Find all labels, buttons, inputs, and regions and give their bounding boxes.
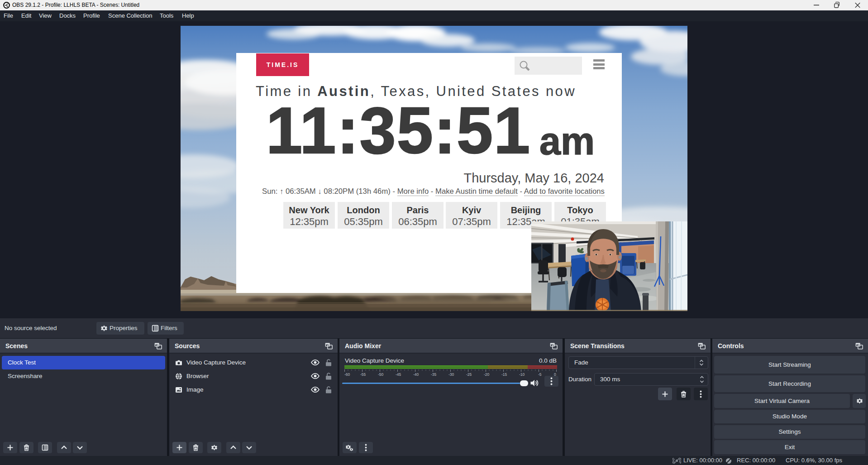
svg-text:-60: -60 <box>344 372 350 376</box>
svg-text:-10: -10 <box>519 372 525 376</box>
svg-text:-15: -15 <box>501 372 507 376</box>
svg-text:-55: -55 <box>360 372 366 376</box>
svg-text:-45: -45 <box>396 372 401 376</box>
svg-text:-30: -30 <box>448 372 454 376</box>
svg-text:-5: -5 <box>538 372 542 376</box>
svg-text:-35: -35 <box>431 372 437 376</box>
svg-text:-50: -50 <box>378 372 384 376</box>
svg-text:-20: -20 <box>484 372 490 376</box>
svg-text:-25: -25 <box>466 372 472 376</box>
svg-text:-40: -40 <box>413 372 419 376</box>
